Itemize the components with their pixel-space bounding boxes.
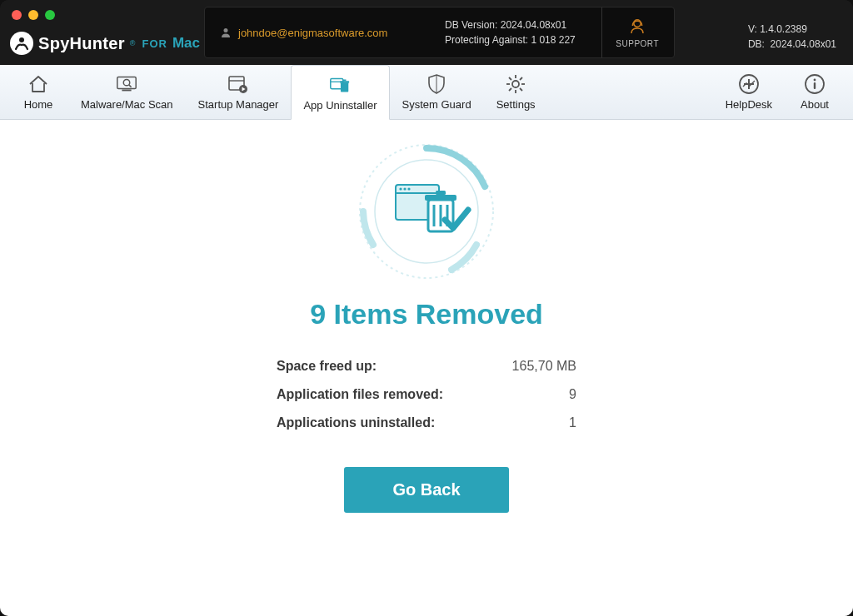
svg-rect-31 <box>814 82 816 89</box>
db-version-value: 2024.04.08x01 <box>501 19 566 31</box>
version-block: V: 1.4.0.2389 DB: 2024.04.08x01 <box>748 22 836 52</box>
stat-row: Space freed up: 165,70 MB <box>277 352 576 380</box>
helpdesk-icon <box>737 73 761 95</box>
svg-line-25 <box>509 88 511 91</box>
window-controls <box>12 10 55 20</box>
stat-value: 9 <box>569 387 576 402</box>
app-version-label: V: <box>748 23 757 35</box>
svg-point-1 <box>224 28 228 32</box>
support-button[interactable]: SUPPORT <box>601 7 659 57</box>
startup-icon <box>227 73 250 95</box>
tab-startup-manager[interactable]: Startup Manager <box>186 65 292 119</box>
app-db-value: 2024.04.08x01 <box>771 38 836 50</box>
svg-rect-14 <box>340 81 349 82</box>
tab-label: App Uninstaller <box>303 99 377 112</box>
svg-point-5 <box>124 79 130 85</box>
db-version-label: DB Version: <box>445 19 497 31</box>
result-stats: Space freed up: 165,70 MB Application fi… <box>277 352 576 437</box>
svg-rect-15 <box>343 79 347 81</box>
svg-line-23 <box>520 88 522 91</box>
logo-mac: Mac <box>172 35 200 52</box>
svg-point-30 <box>814 79 816 82</box>
app-window: SpyHunter® FOR Mac® johndoe@enigmasoftwa… <box>0 0 853 616</box>
tab-system-guard[interactable]: System Guard <box>390 65 484 119</box>
tab-home[interactable]: Home <box>8 65 68 119</box>
svg-point-17 <box>512 81 519 87</box>
app-version-value: 1.4.0.2389 <box>760 23 807 35</box>
close-window-button[interactable] <box>12 10 22 20</box>
stat-value: 165,70 MB <box>512 359 576 374</box>
svg-rect-40 <box>425 195 456 201</box>
user-icon <box>220 27 232 38</box>
main-toolbar: Home Malware/Mac Scan Startup Manager Ap… <box>0 65 853 120</box>
tab-helpdesk[interactable]: HelpDesk <box>713 65 785 119</box>
stat-label: Applications uninstalled: <box>277 415 435 430</box>
tab-label: About <box>801 98 829 111</box>
maximize-window-button[interactable] <box>45 10 55 20</box>
logo-reg: ® <box>130 39 136 47</box>
protecting-label: Protecting Against: <box>445 34 528 46</box>
header-info-panel: johndoe@enigmasoftware.com DB Version: 2… <box>204 7 675 58</box>
tab-malware-scan[interactable]: Malware/Mac Scan <box>68 65 186 119</box>
result-illustration <box>352 137 501 286</box>
tab-label: Malware/Mac Scan <box>81 98 173 111</box>
stat-row: Applications uninstalled: 1 <box>277 409 576 437</box>
tab-about[interactable]: About <box>785 65 845 119</box>
svg-line-24 <box>520 77 522 80</box>
info-icon <box>803 73 826 95</box>
svg-point-37 <box>403 187 406 190</box>
home-icon <box>27 73 50 95</box>
tab-label: Settings <box>496 98 536 111</box>
svg-rect-13 <box>341 82 348 92</box>
logo-name: SpyHunter <box>38 34 125 53</box>
stat-label: Space freed up: <box>277 359 377 374</box>
go-back-button[interactable]: Go Back <box>344 467 508 513</box>
svg-rect-4 <box>122 90 132 92</box>
titlebar: SpyHunter® FOR Mac® johndoe@enigmasoftwa… <box>0 0 853 65</box>
uninstaller-icon <box>328 74 352 96</box>
app-db-label: DB: <box>748 38 765 50</box>
svg-line-22 <box>509 77 511 80</box>
minimize-window-button[interactable] <box>28 10 38 20</box>
stat-row: Application files removed: 9 <box>277 380 576 409</box>
toolbar-spacer <box>548 65 713 119</box>
svg-point-36 <box>399 187 402 190</box>
logo-icon <box>10 32 33 55</box>
svg-point-0 <box>19 37 24 42</box>
user-email: johndoe@enigmasoftware.com <box>238 27 387 39</box>
tab-settings[interactable]: Settings <box>484 65 548 119</box>
shield-icon <box>425 73 448 95</box>
result-headline: 9 Items Removed <box>310 298 543 330</box>
app-logo: SpyHunter® FOR Mac® <box>10 32 211 55</box>
tab-label: Startup Manager <box>198 98 279 111</box>
tab-app-uninstaller[interactable]: App Uninstaller <box>291 65 389 120</box>
user-block: johndoe@enigmasoftware.com <box>220 27 445 39</box>
logo-for: FOR <box>142 37 167 50</box>
stat-label: Application files removed: <box>277 387 443 402</box>
tab-label: System Guard <box>402 98 471 111</box>
protecting-value: 1 018 227 <box>531 34 575 46</box>
tab-label: Home <box>24 98 53 111</box>
svg-rect-41 <box>436 191 446 195</box>
scan-icon <box>115 73 138 95</box>
svg-line-6 <box>129 85 132 87</box>
support-icon <box>627 17 647 37</box>
db-info: DB Version: 2024.04.08x01 Protecting Aga… <box>445 19 601 46</box>
stat-value: 1 <box>569 415 576 430</box>
gear-icon <box>504 73 527 95</box>
content-area: 9 Items Removed Space freed up: 165,70 M… <box>0 120 853 616</box>
tab-label: HelpDesk <box>726 98 772 111</box>
support-label: SUPPORT <box>616 39 659 48</box>
svg-point-38 <box>407 187 410 190</box>
